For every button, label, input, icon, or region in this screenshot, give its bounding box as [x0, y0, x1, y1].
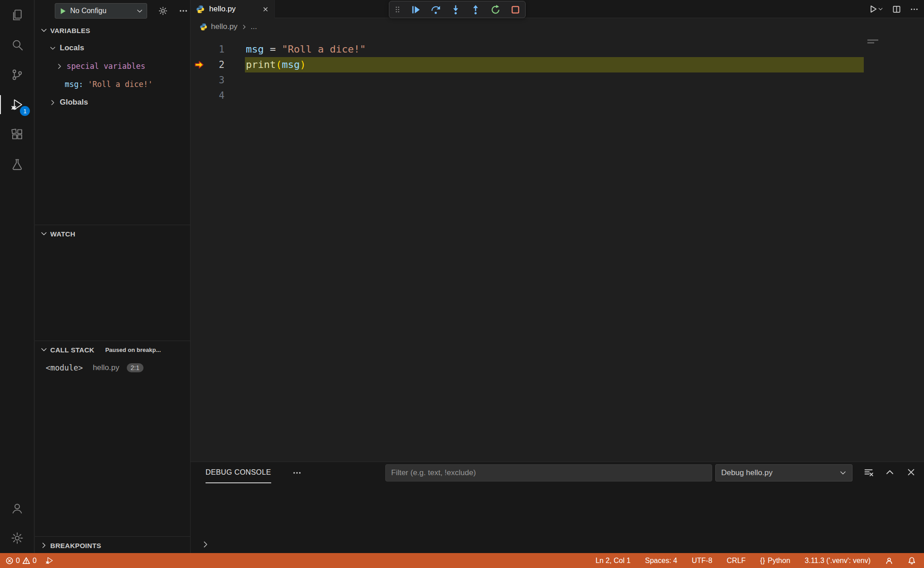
activity-source-control[interactable] [0, 60, 34, 90]
editor-more-actions[interactable] [910, 5, 919, 14]
debug-config-toolbar: No Configu [35, 0, 190, 22]
token-paren: ) [300, 59, 306, 70]
warning-count: 0 [33, 557, 37, 565]
step-out-button[interactable] [470, 5, 481, 15]
eol-sequence[interactable]: CRLF [727, 557, 746, 565]
problems-indicator[interactable]: 0 0 [5, 557, 37, 565]
tab-hello-py[interactable]: hello.py [191, 0, 275, 18]
chevron-up-icon [885, 467, 895, 477]
python-icon [196, 5, 205, 14]
token-paren: ( [276, 59, 282, 70]
cursor-position[interactable]: Ln 2, Col 1 [595, 557, 630, 565]
python-interpreter[interactable]: 3.11.3 ('.venv': venv) [805, 557, 871, 565]
stop-button[interactable] [510, 5, 521, 15]
token-operator: = [264, 43, 282, 55]
bell-icon [908, 557, 916, 565]
step-into-button[interactable] [450, 5, 461, 15]
call-stack-section: CALL STACK Paused on breakp... <module> … [35, 341, 190, 536]
warning-icon [22, 557, 30, 565]
run-python-file-button[interactable] [869, 5, 883, 14]
breakpoints-section: BREAKPOINTS [35, 536, 190, 553]
activity-settings[interactable] [0, 523, 34, 553]
close-panel-button[interactable] [906, 467, 916, 477]
stack-frame-row[interactable]: <module> hello.py 2:1 [35, 358, 190, 377]
bottom-panel: DEBUG CONSOLE Debug hello.py [191, 462, 924, 553]
split-editor-button[interactable] [892, 5, 901, 14]
debug-settings-gear[interactable] [158, 6, 168, 16]
watch-title: WATCH [50, 230, 75, 238]
language-mode[interactable]: {}Python [760, 557, 790, 565]
console-filter-input[interactable] [385, 464, 712, 481]
activity-accounts[interactable] [0, 493, 34, 523]
gutter-line-2[interactable]: 2 [191, 57, 246, 72]
breadcrumb-file[interactable]: hello.py [211, 22, 238, 31]
variables-section: VARIABLES Locals special variables msg: … [35, 22, 190, 225]
debug-config-dropdown[interactable]: No Configu [55, 3, 147, 19]
remote-indicator[interactable] [885, 557, 893, 565]
maximize-panel-button[interactable] [885, 467, 895, 477]
continue-button[interactable] [411, 5, 421, 15]
watch-section-header[interactable]: WATCH [35, 225, 190, 242]
chevron-right-icon [241, 24, 247, 30]
call-stack-section-header[interactable]: CALL STACK Paused on breakp... [35, 341, 190, 358]
code-line-1: 1 msg = "Roll a dice!" [191, 42, 924, 57]
tab-debug-console[interactable]: DEBUG CONSOLE [206, 462, 271, 483]
variable-msg-row[interactable]: msg: 'Roll a dice!' [35, 75, 190, 93]
editor-tab-bar: hello.py [191, 0, 924, 18]
chevron-right-icon [56, 63, 63, 70]
debugging-indicator[interactable] [45, 556, 54, 565]
breakpoint-current-line-icon[interactable] [193, 59, 205, 71]
debug-session-dropdown[interactable]: Debug hello.py [715, 464, 852, 481]
tab-close-icon[interactable] [262, 6, 269, 13]
minimap[interactable] [864, 35, 924, 462]
activity-search[interactable] [0, 30, 34, 60]
clear-console-icon [864, 467, 873, 477]
variables-section-header[interactable]: VARIABLES [35, 22, 190, 39]
step-into-icon [450, 5, 461, 15]
status-bar-right: Ln 2, Col 1 Spaces: 4 UTF-8 CRLF {}Pytho… [595, 557, 924, 565]
debug-icon [45, 556, 54, 565]
gutter-line-3[interactable]: 3 [191, 72, 246, 88]
encoding[interactable]: UTF-8 [692, 557, 712, 565]
ellipsis-icon [179, 6, 188, 15]
gutter-line-1[interactable]: 1 [191, 42, 246, 57]
start-debugging-icon[interactable] [59, 7, 67, 15]
console-input-prompt[interactable] [201, 540, 210, 549]
activity-testing[interactable] [0, 149, 34, 179]
line-number: 4 [219, 88, 225, 103]
token-string: "Roll a dice!" [282, 43, 366, 55]
source-control-icon [10, 68, 24, 82]
code-editor[interactable]: 1 msg = "Roll a dice!" 2 print(msg) 3 [191, 35, 924, 462]
indentation[interactable]: Spaces: 4 [645, 557, 677, 565]
chevron-down-icon [878, 6, 883, 12]
breadcrumb-symbol[interactable]: ... [251, 22, 257, 31]
breakpoints-title: BREAKPOINTS [50, 542, 101, 549]
activity-explorer[interactable] [0, 0, 34, 30]
globals-label: Globals [60, 98, 88, 107]
breakpoints-section-header[interactable]: BREAKPOINTS [35, 537, 190, 554]
clear-console-button[interactable] [864, 467, 873, 477]
code-line-3: 3 [191, 72, 924, 88]
globals-group-row[interactable]: Globals [35, 93, 190, 111]
sidebar-more-actions[interactable] [179, 6, 188, 15]
activity-extensions[interactable] [0, 120, 34, 149]
toolbar-drag-grip[interactable] [394, 5, 401, 14]
panel-more-actions[interactable] [292, 468, 302, 477]
restart-button[interactable] [490, 5, 501, 15]
grip-icon [394, 5, 401, 14]
debug-config-label: No Configu [70, 7, 133, 15]
special-variables-row[interactable]: special variables [35, 57, 190, 75]
extensions-icon [10, 128, 24, 141]
gear-icon [10, 531, 24, 545]
notifications-bell[interactable] [908, 557, 916, 565]
activity-run-and-debug[interactable]: 1 [0, 90, 34, 120]
chevron-down-icon [40, 27, 48, 34]
step-over-button[interactable] [431, 5, 441, 15]
token-variable: msg [282, 59, 300, 70]
debug-toolbar [389, 1, 526, 18]
gutter-line-4[interactable]: 4 [191, 88, 246, 103]
variable-value: 'Roll a dice!' [88, 80, 153, 89]
status-bar: 0 0 Ln 2, Col 1 Spaces: 4 UTF-8 CRLF {}P… [0, 553, 924, 568]
close-icon [906, 467, 916, 477]
locals-group-row[interactable]: Locals [35, 39, 190, 57]
